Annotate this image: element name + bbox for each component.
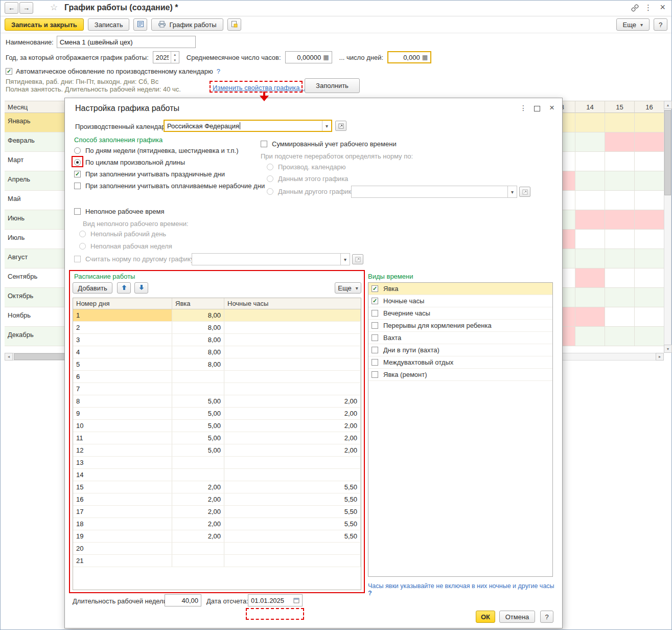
vertical-scroll-thumb[interactable]: [664, 110, 671, 195]
scroll-up-icon[interactable]: ▴: [664, 101, 672, 109]
calendar-day-cell[interactable]: [605, 268, 635, 288]
chevron-down-icon[interactable]: ▾: [507, 186, 517, 197]
schedule-row[interactable]: 38,00: [73, 334, 361, 346]
time-kind-row[interactable]: ✓Явка: [368, 283, 552, 295]
calendar-day-cell[interactable]: [575, 327, 605, 346]
chevron-down-icon[interactable]: ▾: [322, 121, 331, 131]
calendar-day-cell[interactable]: [605, 288, 635, 307]
fill-button[interactable]: Заполнить: [305, 78, 360, 93]
year-spinner[interactable]: 2025 ▲▼: [153, 51, 179, 63]
calendar-day-cell[interactable]: [635, 307, 664, 327]
schedule-row[interactable]: 14: [73, 469, 361, 481]
time-kind-checkbox[interactable]: ✓: [372, 285, 378, 292]
schedule-row[interactable]: 125,002,00: [73, 444, 361, 457]
time-kind-row[interactable]: Явка (ремонт): [368, 369, 552, 381]
norm-other-schedule-combo[interactable]: ▾: [192, 253, 350, 265]
calendar-icon[interactable]: [293, 597, 299, 603]
create-based-on-button[interactable]: [227, 18, 241, 31]
favorite-star-icon[interactable]: ☆: [50, 2, 58, 13]
more-button[interactable]: Еще▾: [616, 18, 650, 31]
by-cycles-radio[interactable]: [74, 159, 81, 166]
calculator-icon[interactable]: ▦: [422, 54, 428, 60]
avg-hours-input[interactable]: 0,00000 ▦: [285, 51, 332, 63]
schedule-row[interactable]: 192,005,50: [73, 530, 361, 543]
time-kind-checkbox[interactable]: [372, 310, 378, 317]
norm-other-schedule-checkbox[interactable]: [74, 256, 81, 262]
cancel-button[interactable]: Отмена: [499, 611, 535, 623]
dialog-help-button[interactable]: ?: [540, 611, 553, 623]
other-schedule-combo[interactable]: ▾: [351, 186, 517, 198]
nav-back-button[interactable]: ←: [5, 2, 18, 14]
vertical-scroll-track[interactable]: [664, 109, 671, 345]
column-header-attendance[interactable]: Явка: [172, 298, 224, 309]
schedule-row[interactable]: 58,00: [73, 358, 361, 371]
time-kind-row[interactable]: ✓Ночные часы: [368, 295, 552, 307]
schedule-row[interactable]: 20: [73, 543, 361, 555]
dialog-menu-kebab-icon[interactable]: ⋮: [520, 104, 527, 112]
dialog-close-icon[interactable]: ×: [549, 103, 554, 113]
calendar-day-cell[interactable]: [575, 249, 605, 268]
time-kind-row[interactable]: Междувахтовый отдых: [368, 356, 552, 369]
calendar-day-cell[interactable]: [605, 210, 635, 230]
calendar-day-cell[interactable]: [635, 268, 664, 288]
days-input[interactable]: 0,000 ▦: [387, 51, 431, 63]
start-date-input[interactable]: 01.01.2025: [248, 594, 303, 606]
calendar-day-cell[interactable]: [575, 132, 605, 152]
calendar-day-cell[interactable]: [605, 152, 635, 171]
norm-by-other-radio[interactable]: [267, 188, 273, 195]
time-kind-row[interactable]: Перерывы для кормления ребенка: [368, 320, 552, 332]
ok-button[interactable]: ОК: [476, 611, 495, 623]
column-header-day[interactable]: Номер дня: [73, 298, 172, 309]
dialog-maximize-icon[interactable]: [534, 106, 540, 111]
window-menu-kebab-icon[interactable]: ⋮: [644, 3, 652, 12]
calendar-day-cell[interactable]: [635, 132, 664, 152]
nav-forward-button[interactable]: →: [19, 2, 33, 14]
calendar-day-cell[interactable]: [635, 113, 664, 132]
calendar-day-cell[interactable]: [605, 132, 635, 152]
add-row-button[interactable]: Добавить: [73, 282, 112, 294]
prod-calendar-combo[interactable]: Российская Федерация ▾: [164, 120, 332, 132]
move-down-button[interactable]: [134, 282, 148, 294]
holidays-checkbox[interactable]: ✓: [74, 171, 81, 177]
part-time-checkbox[interactable]: [74, 208, 81, 215]
calculator-icon[interactable]: ▦: [323, 54, 329, 60]
change-properties-link[interactable]: Изменить свойства графика...: [213, 84, 305, 92]
scroll-right-icon[interactable]: ▸: [656, 353, 664, 361]
calendar-day-cell[interactable]: [605, 171, 635, 191]
schedule-row[interactable]: 152,005,50: [73, 481, 361, 493]
time-kind-row[interactable]: Вечерние часы: [368, 307, 552, 320]
calendar-day-cell[interactable]: [605, 230, 635, 249]
spin-down-icon[interactable]: ▼: [171, 57, 179, 63]
time-kind-checkbox[interactable]: [372, 322, 378, 329]
norm-other-open-button[interactable]: [352, 254, 363, 264]
calendar-day-cell[interactable]: [575, 210, 605, 230]
calendar-day-cell[interactable]: [575, 288, 605, 307]
calendar-day-cell[interactable]: [605, 327, 635, 346]
schedule-row[interactable]: 7: [73, 383, 361, 395]
calendar-day-cell[interactable]: [575, 230, 605, 249]
calendar-day-cell[interactable]: [605, 113, 635, 132]
chevron-down-icon[interactable]: ▾: [340, 254, 350, 265]
scroll-left-icon[interactable]: ◂: [5, 353, 13, 361]
help-button[interactable]: ?: [654, 18, 667, 31]
by-week-radio[interactable]: [74, 147, 81, 154]
name-input[interactable]: Смена 1 (швейный цех): [57, 36, 196, 48]
calendar-day-cell[interactable]: [635, 191, 664, 210]
get-link-icon[interactable]: [631, 4, 639, 13]
part-day-radio[interactable]: [79, 231, 86, 237]
calendar-day-cell[interactable]: [575, 191, 605, 210]
report-button[interactable]: [133, 18, 147, 31]
norm-by-calendar-radio[interactable]: [267, 164, 273, 170]
calendar-day-cell[interactable]: [635, 327, 664, 346]
calendar-day-cell[interactable]: [575, 171, 605, 191]
time-kind-checkbox[interactable]: [372, 347, 378, 353]
paid-nonwork-checkbox[interactable]: [74, 183, 81, 189]
calendar-day-cell[interactable]: [575, 307, 605, 327]
schedule-row[interactable]: 162,005,50: [73, 493, 361, 506]
schedule-row[interactable]: 182,005,50: [73, 518, 361, 530]
save-button[interactable]: Записать: [88, 18, 130, 31]
calendar-day-cell[interactable]: [575, 268, 605, 288]
column-header-night[interactable]: Ночные часы: [224, 298, 361, 309]
calendar-day-cell[interactable]: [635, 230, 664, 249]
schedule-row[interactable]: 85,002,00: [73, 395, 361, 408]
